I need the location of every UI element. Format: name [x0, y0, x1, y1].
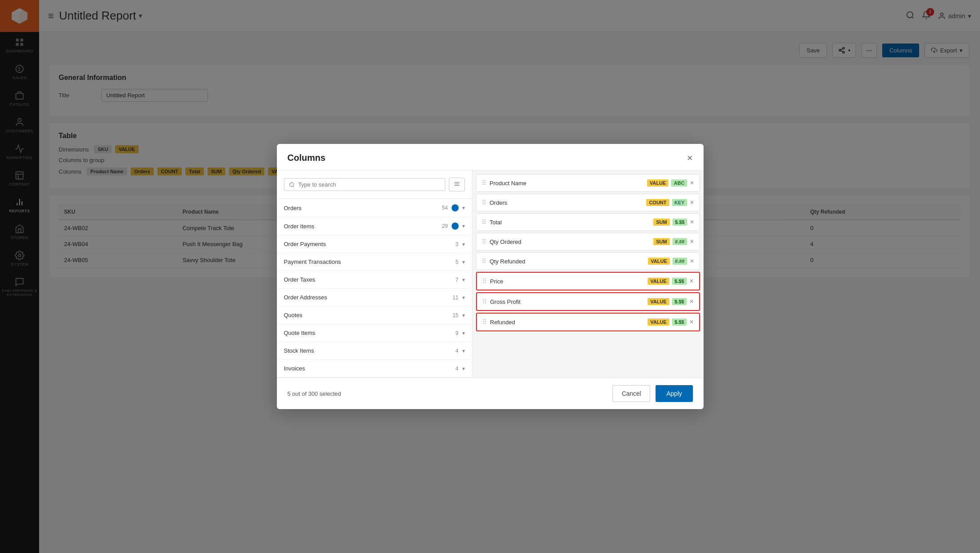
modal-list-item[interactable]: Orders 54 ▾ [277, 199, 472, 217]
col-tag-format[interactable]: #.## [672, 258, 687, 265]
col-name: Price [490, 278, 504, 285]
col-name: Total [490, 219, 502, 226]
col-remove-button[interactable]: × [690, 238, 694, 246]
drag-handle-icon[interactable]: ⠿ [482, 219, 486, 226]
modal-footer-actions: Cancel Apply [612, 385, 693, 402]
modal-list-item-right: 29 ▾ [442, 223, 464, 230]
cancel-button[interactable]: Cancel [612, 385, 651, 402]
modal-list-item[interactable]: Payment Transactions 5 ▾ [277, 253, 472, 271]
col-remove-button[interactable]: × [690, 199, 694, 207]
modal-list-chevron: ▾ [462, 223, 465, 229]
col-tag-type[interactable]: VALUE [648, 258, 669, 265]
col-tag-type[interactable]: VALUE [648, 298, 669, 305]
col-tag-type[interactable]: VALUE [647, 179, 668, 187]
col-tag-format[interactable]: $.$$ [672, 219, 687, 226]
col-row-right: VALUE $.$$ × [648, 318, 693, 326]
col-tag-format[interactable]: $.$$ [672, 278, 687, 285]
modal-header: Columns × [277, 144, 704, 171]
modal-list-item[interactable]: Invoices 4 ▾ [277, 360, 472, 378]
list-toggle-button[interactable] [449, 178, 465, 191]
col-tag-format[interactable]: #.## [672, 238, 687, 245]
col-name: Gross Profit [490, 298, 521, 305]
col-remove-button[interactable]: × [690, 257, 694, 265]
modal-list-chevron: ▾ [462, 205, 465, 211]
col-row-right: VALUE #.## × [648, 257, 694, 265]
modal-list-item[interactable]: Stock Items 4 ▾ [277, 342, 472, 360]
col-remove-button[interactable]: × [689, 298, 693, 306]
modal-list-chevron: ▾ [462, 348, 465, 354]
modal-column-row: ⠿ Qty Refunded VALUE #.## × [476, 252, 700, 270]
drag-handle-icon[interactable]: ⠿ [482, 278, 487, 285]
col-remove-button[interactable]: × [689, 318, 693, 326]
col-name: Qty Ordered [490, 239, 522, 245]
col-row-left: ⠿ Qty Refunded [482, 258, 525, 265]
drag-handle-icon[interactable]: ⠿ [482, 238, 486, 245]
modal-list-chevron: ▾ [462, 366, 465, 372]
modal-list-item-name: Payment Transactions [284, 259, 341, 265]
modal-list-item[interactable]: Quotes 15 ▾ [277, 306, 472, 324]
modal-list-count: 7 [456, 277, 459, 283]
col-row-right: SUM $.$$ × [653, 218, 694, 226]
modal-list-item[interactable]: Quote Items 9 ▾ [277, 324, 472, 342]
modal-column-row: ⠿ Orders COUNT KEY × [476, 194, 700, 211]
modal-list-item-right: 7 ▾ [456, 277, 465, 283]
col-tag-format[interactable]: KEY [672, 199, 688, 206]
drag-handle-icon[interactable]: ⠿ [482, 258, 486, 265]
drag-handle-icon[interactable]: ⠿ [482, 199, 486, 206]
col-name: Refunded [490, 319, 515, 326]
col-row-left: ⠿ Refunded [482, 318, 515, 326]
modal-list-count: 54 [442, 205, 448, 211]
modal-list-chevron: ▾ [462, 330, 465, 336]
search-input[interactable] [298, 181, 440, 188]
col-tag-format[interactable]: $.$$ [672, 318, 687, 326]
col-tag-type[interactable]: SUM [653, 219, 669, 226]
drag-handle-icon[interactable]: ⠿ [482, 298, 487, 305]
col-tag-format[interactable]: ABC [671, 179, 687, 187]
col-tag-type[interactable]: VALUE [648, 278, 669, 285]
col-tag-type[interactable]: SUM [653, 238, 669, 245]
modal-list-item-right: 3 ▾ [456, 241, 465, 247]
modal-list-count: 4 [456, 348, 459, 354]
drag-handle-icon[interactable]: ⠿ [482, 179, 486, 187]
selected-info: 5 out of 300 selected [288, 390, 341, 397]
modal-column-row: ⠿ Refunded VALUE $.$$ × [476, 313, 700, 331]
col-tag-format[interactable]: $.$$ [672, 298, 687, 305]
col-remove-button[interactable]: × [690, 179, 694, 187]
modal-list-item-right: 15 ▾ [452, 312, 464, 318]
col-tag-type[interactable]: VALUE [648, 318, 669, 326]
modal-column-row: ⠿ Total SUM $.$$ × [476, 213, 700, 231]
col-row-right: SUM #.## × [653, 238, 694, 246]
modal-footer: 5 out of 300 selected Cancel Apply [277, 378, 704, 409]
modal-list-chevron: ▾ [462, 259, 465, 265]
col-row-right: VALUE ABC × [647, 179, 694, 187]
col-name: Product Name [490, 180, 527, 187]
modal-list-item[interactable]: Order Taxes 7 ▾ [277, 271, 472, 289]
modal-list-chevron: ▾ [462, 312, 465, 318]
col-remove-button[interactable]: × [689, 277, 693, 285]
modal-body: Orders 54 ▾ Order Items 29 ▾ Order Payme… [277, 171, 704, 378]
modal-list-item-right: 4 ▾ [456, 348, 465, 354]
modal-list-item-name: Order Payments [284, 241, 326, 247]
modal-left-panel: Orders 54 ▾ Order Items 29 ▾ Order Payme… [277, 171, 472, 378]
col-remove-button[interactable]: × [690, 218, 694, 226]
modal-list-circle [452, 204, 459, 211]
modal-close-button[interactable]: × [687, 153, 693, 163]
modal-list-item[interactable]: Order Payments 3 ▾ [277, 235, 472, 253]
apply-button[interactable]: Apply [656, 385, 692, 402]
modal-list-item-right: 54 ▾ [442, 204, 464, 211]
modal-list-item[interactable]: Order Items 29 ▾ [277, 217, 472, 235]
modal-list-chevron: ▾ [462, 241, 465, 247]
col-row-left: ⠿ Qty Ordered [482, 238, 522, 245]
col-row-left: ⠿ Price [482, 278, 504, 285]
modal-list-item-name: Stock Items [284, 347, 314, 354]
modal-list-circle [452, 223, 459, 230]
col-tag-type[interactable]: COUNT [646, 199, 669, 206]
modal-list-item-name: Order Items [284, 223, 315, 230]
modal-list-item[interactable]: Order Addresses 11 ▾ [277, 289, 472, 306]
modal-list-item-name: Order Addresses [284, 294, 328, 301]
drag-handle-icon[interactable]: ⠿ [482, 318, 487, 326]
modal-list-count: 3 [456, 241, 459, 247]
modal-list-chevron: ▾ [462, 294, 465, 301]
modal-overlay[interactable]: Columns × Orders 54 ▾ [0, 0, 980, 553]
search-icon [289, 182, 295, 188]
